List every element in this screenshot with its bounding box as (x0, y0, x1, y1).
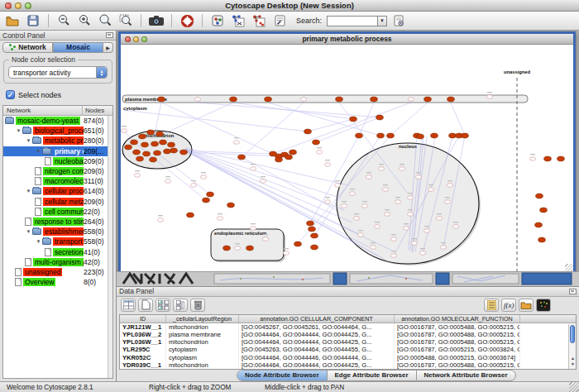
open-icon[interactable] (3, 13, 22, 29)
tree-column-network[interactable]: Network (3, 106, 83, 115)
table-row[interactable]: YLR295Ccytoplasm[GO:0045263, GO:0044464,… (120, 346, 576, 353)
tree-row[interactable]: nitrogen compo209(0) (3, 166, 108, 176)
tree-row[interactable]: cell communicat22(0) (3, 207, 108, 217)
node-color-dropdown[interactable]: transporter activity ▲▼ (8, 66, 108, 79)
tree-row[interactable]: ▼primary metabolic209(... (3, 146, 108, 156)
tab-mosaic[interactable]: Mosaic (53, 42, 103, 53)
table-row[interactable]: YKR052Ccytoplasm[GO:0044464, GO:0044446,… (120, 354, 576, 361)
vizmapper-icon[interactable] (208, 13, 227, 29)
tree-expand-icon[interactable]: ▼ (25, 229, 32, 234)
tab-network[interactable]: Network (2, 42, 53, 53)
tree-row[interactable]: multi-organism pro42(0) (3, 257, 108, 267)
tree-expand-icon[interactable]: ▼ (25, 189, 32, 194)
frame-minimize-icon[interactable] (133, 36, 139, 42)
background-windows-strip[interactable] (117, 271, 579, 286)
attribute-table-header[interactable]: ID_cellularLayoutRegionannotation.GO CEL… (120, 315, 576, 323)
help-icon[interactable] (178, 13, 196, 29)
attribute-list-icon[interactable] (484, 299, 499, 312)
table-chooser-icon[interactable] (121, 299, 136, 312)
tree-row[interactable]: cellular metabol209(0) (3, 197, 108, 207)
tree-row[interactable]: ▼biological_process651(0) (3, 126, 108, 136)
attribute-table-body[interactable]: YJR121W__1mitochondrion[GO:0045267, GO:0… (120, 323, 576, 369)
annotation-icon[interactable] (270, 13, 289, 29)
tree-row[interactable]: unassigned223(0) (3, 267, 108, 277)
tree-row[interactable]: mosaic-demo-yeast874(0) (3, 116, 108, 126)
tree-scrollbar[interactable] (108, 116, 112, 378)
region-plasma-membrane[interactable] (122, 95, 528, 103)
delete-attribute-icon[interactable] (190, 299, 205, 312)
zoom-in-icon[interactable] (75, 13, 93, 29)
tree-row[interactable]: Overview8(0) (3, 277, 108, 287)
tree-row[interactable]: response to stimulu264(0) (3, 217, 108, 227)
tree-row[interactable]: ▼metabolic process280(0) (3, 136, 108, 146)
region-nucleus[interactable] (337, 143, 479, 264)
frame-zoom-icon[interactable] (141, 36, 147, 42)
table-row[interactable]: YDR039C__1mitochondrion[GO:0044464, GO:0… (120, 361, 576, 369)
table-row[interactable]: YPL036W__1mitochondrion[GO:0044464, GO:0… (120, 338, 576, 346)
table-column-header[interactable]: _cellularLayoutRegion (166, 315, 239, 323)
table-cell: [GO:0044464, GO:0044444, GO:0044425, G..… (239, 361, 395, 369)
network-node-selected (447, 97, 455, 102)
zoom-window-icon[interactable] (25, 2, 31, 9)
table-cell: [GO:0044464, GO:0044444, GO:0044425, G..… (239, 331, 395, 338)
select-nodes-checkbox[interactable]: ✓ (6, 90, 15, 99)
search-input[interactable] (327, 16, 378, 26)
unselect-attributes-icon[interactable] (173, 299, 188, 312)
table-row[interactable]: YPL036W__2plasma membrane[GO:0044464, GO… (120, 331, 576, 338)
tab-network-attribute-browser[interactable]: Network Attribute Browser (417, 370, 515, 380)
snapshot-icon[interactable] (147, 13, 165, 29)
tree-row[interactable]: ▼transport558(0) (3, 237, 108, 246)
tree-expand-icon[interactable]: ▼ (35, 239, 42, 244)
network-tree-panel: Network Nodes mosaic-demo-yeast874(0)▼bi… (2, 105, 113, 379)
import-attributes-icon[interactable] (519, 299, 534, 312)
table-scrollbar[interactable]: ▲▼ (568, 324, 576, 369)
tree-expand-icon[interactable]: ▼ (25, 138, 32, 143)
network-view-title: primary metabolic process (302, 35, 391, 43)
window-resize-grip[interactable] (569, 382, 579, 392)
minimize-window-icon[interactable] (15, 2, 22, 9)
network-canvas[interactable]: plasma membranecytoplasmmitochondrionnuc… (121, 45, 573, 272)
tree-column-nodes[interactable]: Nodes (83, 106, 112, 115)
tab-node-attribute-browser[interactable]: Node Attribute Browser (237, 370, 328, 380)
table-column-header[interactable]: ID (120, 315, 166, 323)
network-node-selected (294, 241, 302, 246)
tree-row[interactable]: ▼establishment of lo558(0) (3, 227, 108, 237)
network-view-red-icon[interactable] (250, 13, 268, 29)
save-icon[interactable] (24, 13, 42, 29)
window-controls[interactable] (5, 2, 31, 9)
network-view-titlebar[interactable]: primary metabolic process (121, 34, 573, 45)
select-attributes-icon[interactable] (156, 299, 170, 312)
frame-close-icon[interactable] (125, 36, 131, 42)
network-view-blue-icon[interactable] (229, 13, 247, 29)
table-row[interactable]: YJR121W__1mitochondrion[GO:0045267, GO:0… (120, 323, 576, 331)
network-node (283, 251, 289, 256)
function-builder-icon[interactable]: f(x) (501, 299, 516, 312)
table-scrollbar-arrows[interactable]: ▲▼ (569, 355, 577, 368)
new-attribute-icon[interactable] (138, 299, 153, 312)
frame-window-controls[interactable] (125, 36, 147, 42)
tree-expand-icon[interactable]: ▼ (15, 128, 22, 133)
attribute-file-icon[interactable] (390, 13, 408, 29)
network-node (234, 246, 240, 251)
tree-row[interactable]: secretion41(0) (3, 246, 108, 256)
tab-edge-attribute-browser[interactable]: Edge Attribute Browser (328, 370, 417, 380)
zoom-out-icon[interactable] (55, 13, 73, 29)
tree-row[interactable]: ▼cellular process614(0) (3, 186, 108, 196)
table-column-header[interactable]: annotation.GO MOLECULAR_FUNCTION (395, 315, 520, 323)
tab-overflow-icon[interactable]: ▶ (103, 42, 113, 53)
network-nodes-unselected[interactable] (121, 92, 535, 257)
float-panel-icon[interactable] (106, 32, 113, 38)
zoom-fit-icon[interactable] (96, 13, 114, 29)
table-scrollbar-thumb[interactable] (570, 325, 575, 343)
tree-expand-icon[interactable]: ▼ (35, 149, 42, 154)
tree-row-label: secretion (53, 248, 84, 256)
folder-icon (5, 117, 14, 124)
tree-row[interactable]: nucleobase-209(0) (3, 156, 108, 166)
table-column-header[interactable]: annotation.GO CELLULAR_COMPONENT (239, 315, 395, 323)
tree-row[interactable]: macromolecule311(0) (3, 176, 108, 186)
close-window-icon[interactable] (5, 2, 12, 9)
search-dropdown-icon[interactable]: ▼ (378, 16, 387, 26)
data-panel-float-icon[interactable] (569, 289, 577, 294)
matrix-icon[interactable] (536, 299, 551, 312)
zoom-selected-icon[interactable] (117, 13, 135, 29)
